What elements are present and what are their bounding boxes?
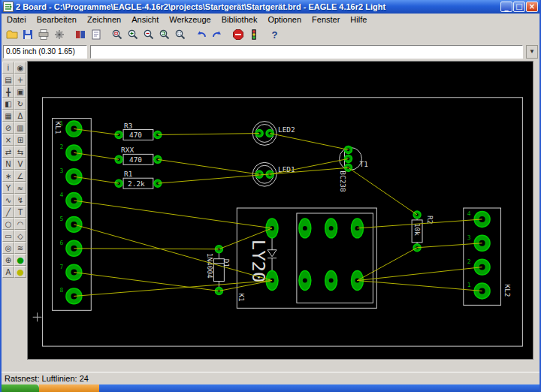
zoom-out-button[interactable]	[141, 27, 156, 43]
undo-button[interactable]	[193, 27, 209, 43]
airwire[interactable]	[417, 243, 482, 248]
d1-value: 1N4004	[206, 253, 214, 279]
arc-tool-icon[interactable]: ◠	[14, 218, 26, 230]
kl2-pin-number: 4	[467, 210, 471, 217]
cam-button[interactable]	[51, 27, 67, 43]
menu-werkzeuge[interactable]: Werkzeuge	[164, 14, 216, 25]
command-dropdown-button[interactable]: ▼	[526, 45, 538, 59]
wire-tool-icon[interactable]: ╱	[2, 206, 14, 218]
replace-tool-icon[interactable]: ⇆	[14, 146, 26, 158]
redo-button[interactable]	[209, 27, 225, 43]
open-button[interactable]	[4, 27, 20, 43]
mark-tool-icon[interactable]: +	[14, 74, 26, 86]
rotate-tool-icon[interactable]: ↻	[14, 98, 26, 110]
traffic-light-icon	[248, 29, 260, 41]
miter-tool-icon[interactable]: ∠	[14, 170, 26, 182]
mirror-tool-icon[interactable]: ◧	[2, 98, 14, 110]
auto-tool-icon[interactable]: A	[2, 266, 14, 278]
board-canvas[interactable]: 12345678 4321 KL1 R3 470 RXX 470 R1 2.2k…	[28, 62, 533, 359]
airwire[interactable]	[74, 225, 272, 281]
stop-button[interactable]	[230, 27, 246, 43]
rxx-name: RXX	[121, 146, 134, 154]
menu-hilfe[interactable]: Hilfe	[345, 14, 372, 25]
script-button[interactable]	[88, 27, 104, 43]
signal-tool-icon[interactable]: ≋	[14, 242, 26, 254]
close-button[interactable]: ×	[526, 2, 538, 12]
airwire[interactable]	[74, 201, 272, 228]
d1-body	[213, 259, 224, 282]
library-button[interactable]	[72, 27, 88, 43]
start-button[interactable]	[0, 384, 39, 392]
zoom-fit-button[interactable]	[109, 27, 125, 43]
pinswap-tool-icon[interactable]: ⇄	[2, 146, 14, 158]
smash-tool-icon[interactable]: ∗	[2, 170, 14, 182]
group-tool-icon[interactable]: ▦	[2, 110, 14, 122]
info-tool-icon[interactable]: i	[2, 62, 14, 74]
zoom-select-button[interactable]	[172, 27, 188, 43]
kl1-pin-number: 4	[59, 191, 63, 198]
delete-tool-icon[interactable]: ×	[2, 134, 14, 146]
cut-tool-icon[interactable]: ⊘	[2, 122, 14, 134]
kl2-pin-number: 1	[467, 282, 471, 288]
airwire[interactable]	[158, 167, 349, 183]
errors-tool-icon[interactable]: ●	[14, 266, 26, 278]
help-button[interactable]: ?	[267, 27, 283, 43]
via-tool-icon[interactable]: ◎	[2, 242, 14, 254]
zoom-redraw-button[interactable]	[156, 27, 172, 43]
menu-ansicht[interactable]: Ansicht	[126, 14, 164, 25]
drill-hole	[303, 226, 307, 231]
add-tool-icon[interactable]: ⊞	[14, 134, 26, 146]
airwire[interactable]	[158, 159, 259, 174]
rect-tool-icon[interactable]: ▭	[2, 230, 14, 242]
hole-tool-icon[interactable]: ⊕	[2, 254, 14, 266]
ratsnest-tool-icon[interactable]: ●	[14, 254, 26, 266]
split-tool-icon[interactable]: Y	[2, 182, 14, 194]
change-tool-icon[interactable]: Δ	[14, 110, 26, 122]
route-tool-icon[interactable]: ∿	[2, 194, 14, 206]
kl1-pin-number: 3	[59, 167, 63, 174]
copy-tool-icon[interactable]: ▣	[14, 86, 26, 98]
value-tool-icon[interactable]: V	[14, 158, 26, 170]
airwire[interactable]	[158, 134, 259, 135]
airwire[interactable]	[219, 281, 272, 291]
move-tool-icon[interactable]: ╋	[2, 86, 14, 98]
command-input[interactable]	[90, 45, 523, 59]
t1-value: BC238	[339, 170, 347, 192]
display-tool-icon[interactable]: ▤	[2, 74, 14, 86]
menu-bibliothek[interactable]: Bibliothek	[216, 14, 263, 25]
toolbar-separator	[67, 27, 72, 42]
k1-pads[interactable]	[266, 219, 363, 291]
airwire[interactable]	[357, 248, 417, 281]
minimize-button[interactable]: _	[500, 2, 512, 12]
optimize-tool-icon[interactable]: ≈	[14, 182, 26, 194]
paste-tool-icon[interactable]: ▥	[14, 122, 26, 134]
polygon-tool-icon[interactable]: ◇	[14, 230, 26, 242]
origin-mark	[33, 312, 42, 321]
menu-bearbeiten[interactable]: Bearbeiten	[32, 14, 82, 25]
airwire[interactable]	[270, 134, 348, 150]
menu-fenster[interactable]: Fenster	[307, 14, 345, 25]
kl2-pads[interactable]: 4321	[467, 210, 490, 299]
zoom-in-button[interactable]	[125, 27, 141, 43]
maximize-button[interactable]: □	[513, 2, 525, 12]
airwire[interactable]	[74, 273, 219, 291]
menu-datei[interactable]: Datei	[2, 14, 32, 25]
r3-name: R3	[124, 122, 132, 130]
name-tool-icon[interactable]: N	[2, 158, 14, 170]
show-tool-icon[interactable]: ◉	[14, 62, 26, 74]
run-button[interactable]	[246, 27, 261, 43]
taskbar-active-window-button[interactable]	[39, 384, 99, 392]
save-button[interactable]	[20, 27, 35, 43]
eagle-window: 2 Board - C:\Programme\EAGLE-4.16r2\proj…	[0, 0, 541, 392]
ripup-tool-icon[interactable]: ↯	[14, 194, 26, 206]
circle-tool-icon[interactable]: ○	[2, 218, 14, 230]
print-button[interactable]	[35, 27, 51, 43]
menu-zeichnen[interactable]: Zeichnen	[82, 14, 126, 25]
drill-hole	[329, 279, 334, 283]
airwire[interactable]	[74, 249, 219, 249]
menu-optionen[interactable]: Optionen	[262, 14, 307, 25]
text-tool-icon[interactable]: T	[14, 206, 26, 218]
save-floppy-icon	[22, 29, 34, 41]
kl1-pads[interactable]: 12345678	[59, 120, 81, 304]
toolbar-separator	[104, 27, 109, 42]
